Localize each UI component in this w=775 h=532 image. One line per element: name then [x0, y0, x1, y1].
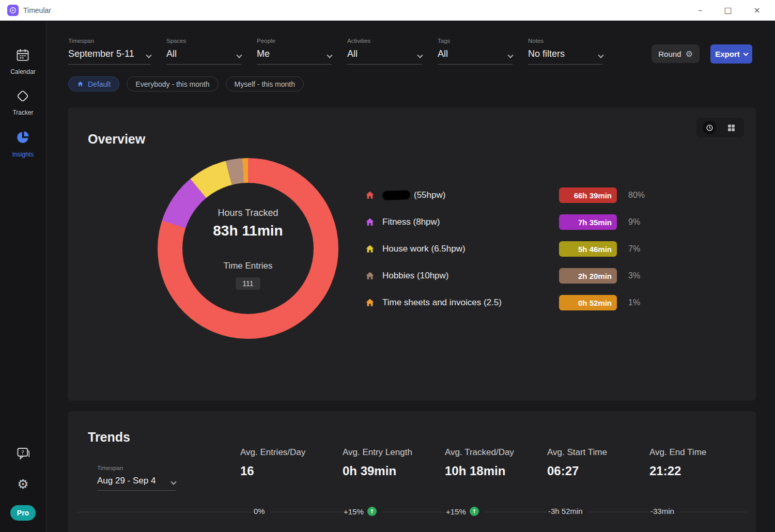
maximize-button[interactable]: □: [724, 6, 732, 14]
activity-percent: 7%: [622, 244, 651, 254]
export-button[interactable]: Export: [710, 44, 752, 64]
duration-badge: 7h 35min: [559, 214, 617, 230]
timespan-dropdown[interactable]: September 5-11: [68, 49, 151, 65]
sidebar: Calendar Tracker Insights ? ⚙ Pr: [0, 21, 47, 532]
sidebar-item-insights[interactable]: Insights: [12, 130, 34, 158]
sidebar-item-label: Insights: [12, 151, 34, 158]
metric-avg-tracked-day: Avg. Tracked/Day 10h 18min: [445, 447, 547, 478]
metric-delta: +15%↑: [343, 505, 445, 518]
duration-badge: 2h 20min: [559, 268, 617, 284]
trends-timespan: Timespan Aug 29 - Sep 4: [97, 465, 176, 491]
app-name: Timeular: [23, 6, 51, 14]
trends-metrics: Avg. Entries/Day 16 Avg. Entry Length 0h…: [240, 447, 752, 478]
filter-label: Activities: [347, 38, 422, 44]
filter-people: People Me: [257, 38, 332, 65]
donut-center: Hours Tracked 83h 11min Time Entries 111: [158, 158, 338, 339]
activity-label: Fitness (8hpw): [382, 217, 554, 227]
activity-row[interactable]: Fitness (8hpw) 7h 35min 9%: [365, 214, 651, 230]
chevron-down-icon: [146, 52, 151, 58]
preset-default[interactable]: Default: [68, 76, 119, 91]
filter-label: Spaces: [166, 38, 241, 44]
chevron-down-icon: [327, 52, 332, 58]
chevron-down-icon: [417, 52, 423, 58]
trend-up-icon: ↑: [367, 507, 377, 516]
main-content: Timespan September 5-11 Spaces All Peopl…: [47, 21, 775, 532]
activity-label: House work (6.5hpw): [382, 244, 554, 254]
spaces-dropdown[interactable]: All: [166, 49, 241, 65]
activity-percent: 9%: [622, 217, 651, 227]
activity-row[interactable]: Time sheets and invoices (2.5) 0h 52min …: [365, 295, 651, 310]
preset-chips: Default Everybody - this month Myself - …: [68, 76, 304, 91]
activities-dropdown[interactable]: All: [347, 49, 422, 65]
sidebar-item-calendar[interactable]: Calendar: [10, 48, 36, 75]
preset-everybody-this-month[interactable]: Everybody - this month: [127, 76, 218, 91]
notes-dropdown[interactable]: No filters: [528, 49, 603, 65]
activity-row[interactable]: Hobbies (10hpw) 2h 20min 3%: [365, 268, 651, 284]
filter-label: Timespan: [68, 38, 151, 44]
tracker-icon: [16, 89, 30, 105]
metric-avg-end-time: Avg. End Time 21:22: [649, 447, 752, 478]
filter-activities: Activities All: [347, 38, 422, 65]
hours-tracked-value: 83h 11min: [213, 223, 283, 239]
round-button[interactable]: Round ⚙: [652, 44, 700, 63]
chevron-down-icon: [236, 52, 242, 58]
settings-gear-icon[interactable]: ⚙: [17, 477, 28, 492]
close-button[interactable]: ×: [754, 6, 761, 14]
time-entries-label: Time Entries: [224, 261, 273, 271]
calendar-icon: [16, 48, 30, 65]
activity-percent: 3%: [622, 271, 651, 280]
metric-avg-entry-length: Avg. Entry Length 0h 39min: [343, 447, 445, 478]
activity-legend: (55hpw) 66h 39min 80% Fitness (8hpw) 7h …: [365, 187, 651, 322]
grid-view-button[interactable]: [720, 120, 742, 135]
hours-tracked-label: Hours Tracked: [218, 208, 278, 218]
sidebar-item-label: Tracker: [12, 109, 33, 116]
insights-icon: [15, 130, 30, 147]
sidebar-item-tracker[interactable]: Tracker: [12, 89, 33, 116]
time-entries-count: 111: [236, 277, 260, 290]
metric-delta: +15%↑: [445, 505, 547, 518]
people-dropdown[interactable]: Me: [257, 49, 332, 65]
trends-card: Trends Timespan Aug 29 - Sep 4 Avg. Entr…: [68, 411, 756, 532]
tags-dropdown[interactable]: All: [438, 49, 513, 65]
trends-deltas: 0%↑ +15%↑ +15%↑ -3h 52min↑ -33min↑: [240, 505, 752, 518]
metric-delta: -33min↑: [649, 505, 752, 518]
home-icon: [365, 244, 375, 254]
duration-badge: 0h 52min: [559, 295, 617, 310]
pro-badge[interactable]: Pro: [10, 505, 36, 521]
sidebar-item-label: Calendar: [10, 68, 36, 75]
donut-chart-wrap: Hours Tracked 83h 11min Time Entries 111: [158, 158, 338, 339]
activity-row[interactable]: (55hpw) 66h 39min 80%: [365, 187, 651, 203]
home-icon: [77, 81, 84, 87]
preset-myself-this-month[interactable]: Myself - this month: [226, 76, 304, 91]
filter-spaces: Spaces All: [166, 38, 241, 65]
filter-notes: Notes No filters: [528, 38, 603, 65]
filter-tags: Tags All: [438, 38, 513, 65]
metric-avg-entries-day: Avg. Entries/Day 16: [240, 447, 343, 478]
chevron-down-icon: [507, 52, 513, 58]
clock-view-button[interactable]: [699, 120, 720, 135]
filter-bar: Timespan September 5-11 Spaces All Peopl…: [68, 38, 618, 65]
chevron-down-icon: [598, 52, 603, 58]
overview-card: Overview Hours Tracked 83h 11min Time En…: [68, 107, 756, 401]
activity-label: Hobbies (10hpw): [382, 271, 554, 281]
view-toggle: [696, 118, 744, 137]
grid-icon: [727, 123, 736, 132]
home-icon: [365, 271, 375, 281]
minimize-button[interactable]: –: [698, 6, 702, 14]
overview-title: Overview: [88, 132, 145, 147]
redacted-name: [382, 190, 411, 200]
activity-percent: 1%: [622, 298, 651, 307]
activity-percent: 80%: [622, 191, 651, 200]
metric-delta: 0%↑: [240, 505, 343, 518]
chevron-down-icon: [171, 479, 176, 484]
duration-badge: 66h 39min: [559, 187, 617, 203]
duration-badge: 5h 46min: [559, 241, 617, 257]
help-chat-icon[interactable]: ?: [16, 446, 31, 463]
activity-label: (55hpw): [382, 190, 554, 200]
activity-row[interactable]: House work (6.5hpw) 5h 46min 7%: [365, 241, 651, 257]
trends-timespan-dropdown[interactable]: Aug 29 - Sep 4: [97, 476, 176, 491]
trend-up-icon: ↑: [470, 507, 479, 516]
clock-icon: [703, 121, 716, 134]
filter-label: Tags: [438, 38, 513, 44]
app-logo-icon: [7, 5, 19, 16]
